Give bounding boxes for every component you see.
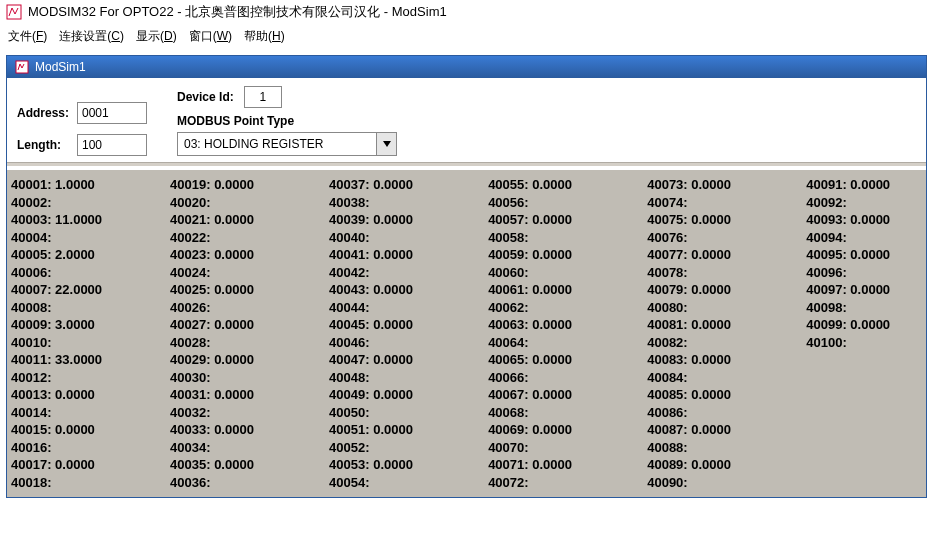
register-row[interactable]: 40070: [488, 439, 637, 457]
register-row[interactable]: 40006: [11, 264, 160, 282]
register-row[interactable]: 40062: [488, 299, 637, 317]
register-row[interactable]: 40048: [329, 369, 478, 387]
register-row[interactable]: 40054: [329, 474, 478, 492]
register-row[interactable]: 40047: 0.0000 [329, 351, 478, 369]
register-row[interactable]: 40023: 0.0000 [170, 246, 319, 264]
point-type-select[interactable] [177, 132, 397, 156]
register-row[interactable]: 40045: 0.0000 [329, 316, 478, 334]
register-row[interactable]: 40038: [329, 194, 478, 212]
register-row[interactable]: 40074: [647, 194, 796, 212]
register-row[interactable]: 40059: 0.0000 [488, 246, 637, 264]
register-row[interactable]: 40011: 33.0000 [11, 351, 160, 369]
register-row[interactable]: 40028: [170, 334, 319, 352]
length-input[interactable] [77, 134, 147, 156]
register-row[interactable]: 40099: 0.0000 [806, 316, 922, 334]
register-row[interactable]: 40031: 0.0000 [170, 386, 319, 404]
register-row[interactable]: 40027: 0.0000 [170, 316, 319, 334]
register-row[interactable]: 40087: 0.0000 [647, 421, 796, 439]
menu-display[interactable]: 显示(D) [136, 28, 177, 45]
register-row[interactable]: 40090: [647, 474, 796, 492]
register-row[interactable]: 40001: 1.0000 [11, 176, 160, 194]
register-row[interactable]: 40035: 0.0000 [170, 456, 319, 474]
register-row[interactable]: 40056: [488, 194, 637, 212]
device-id-input[interactable] [244, 86, 282, 108]
register-row[interactable]: 40089: 0.0000 [647, 456, 796, 474]
register-row[interactable]: 40003: 11.0000 [11, 211, 160, 229]
register-row[interactable]: 40022: [170, 229, 319, 247]
register-row[interactable]: 40050: [329, 404, 478, 422]
register-row[interactable]: 40079: 0.0000 [647, 281, 796, 299]
menu-help[interactable]: 帮助(H) [244, 28, 285, 45]
register-row[interactable]: 40049: 0.0000 [329, 386, 478, 404]
register-row[interactable]: 40030: [170, 369, 319, 387]
register-row[interactable]: 40058: [488, 229, 637, 247]
menu-window[interactable]: 窗口(W) [189, 28, 232, 45]
register-row[interactable]: 40021: 0.0000 [170, 211, 319, 229]
register-row[interactable]: 40088: [647, 439, 796, 457]
point-type-value[interactable] [177, 132, 397, 156]
register-row[interactable]: 40076: [647, 229, 796, 247]
register-row[interactable]: 40095: 0.0000 [806, 246, 922, 264]
register-row[interactable]: 40018: [11, 474, 160, 492]
register-row[interactable]: 40013: 0.0000 [11, 386, 160, 404]
register-row[interactable]: 40073: 0.0000 [647, 176, 796, 194]
register-row[interactable]: 40019: 0.0000 [170, 176, 319, 194]
register-row[interactable]: 40044: [329, 299, 478, 317]
register-row[interactable]: 40072: [488, 474, 637, 492]
register-row[interactable]: 40036: [170, 474, 319, 492]
register-row[interactable]: 40086: [647, 404, 796, 422]
register-row[interactable]: 40026: [170, 299, 319, 317]
register-row[interactable]: 40061: 0.0000 [488, 281, 637, 299]
register-row[interactable]: 40084: [647, 369, 796, 387]
register-row[interactable]: 40042: [329, 264, 478, 282]
register-row[interactable]: 40015: 0.0000 [11, 421, 160, 439]
register-row[interactable]: 40029: 0.0000 [170, 351, 319, 369]
register-row[interactable]: 40014: [11, 404, 160, 422]
register-row[interactable]: 40055: 0.0000 [488, 176, 637, 194]
register-row[interactable]: 40039: 0.0000 [329, 211, 478, 229]
register-row[interactable]: 40012: [11, 369, 160, 387]
register-row[interactable]: 40002: [11, 194, 160, 212]
register-row[interactable]: 40100: [806, 334, 922, 352]
register-row[interactable]: 40043: 0.0000 [329, 281, 478, 299]
register-row[interactable]: 40005: 2.0000 [11, 246, 160, 264]
register-row[interactable]: 40067: 0.0000 [488, 386, 637, 404]
chevron-down-icon[interactable] [376, 133, 396, 155]
register-row[interactable]: 40024: [170, 264, 319, 282]
register-row[interactable]: 40093: 0.0000 [806, 211, 922, 229]
register-row[interactable]: 40051: 0.0000 [329, 421, 478, 439]
address-input[interactable] [77, 102, 147, 124]
menu-file[interactable]: 文件(F) [8, 28, 47, 45]
register-row[interactable]: 40098: [806, 299, 922, 317]
register-row[interactable]: 40066: [488, 369, 637, 387]
register-row[interactable]: 40025: 0.0000 [170, 281, 319, 299]
register-row[interactable]: 40078: [647, 264, 796, 282]
mdi-title-bar[interactable]: ModSim1 [7, 56, 926, 78]
register-row[interactable]: 40033: 0.0000 [170, 421, 319, 439]
register-row[interactable]: 40063: 0.0000 [488, 316, 637, 334]
register-row[interactable]: 40097: 0.0000 [806, 281, 922, 299]
register-row[interactable]: 40081: 0.0000 [647, 316, 796, 334]
register-row[interactable]: 40075: 0.0000 [647, 211, 796, 229]
register-row[interactable]: 40082: [647, 334, 796, 352]
register-row[interactable]: 40065: 0.0000 [488, 351, 637, 369]
register-row[interactable]: 40068: [488, 404, 637, 422]
register-row[interactable]: 40004: [11, 229, 160, 247]
register-row[interactable]: 40020: [170, 194, 319, 212]
register-row[interactable]: 40017: 0.0000 [11, 456, 160, 474]
register-row[interactable]: 40040: [329, 229, 478, 247]
register-row[interactable]: 40077: 0.0000 [647, 246, 796, 264]
register-row[interactable]: 40034: [170, 439, 319, 457]
register-row[interactable]: 40071: 0.0000 [488, 456, 637, 474]
register-row[interactable]: 40094: [806, 229, 922, 247]
menu-connection[interactable]: 连接设置(C) [59, 28, 124, 45]
register-row[interactable]: 40085: 0.0000 [647, 386, 796, 404]
register-row[interactable]: 40037: 0.0000 [329, 176, 478, 194]
register-row[interactable]: 40060: [488, 264, 637, 282]
register-row[interactable]: 40008: [11, 299, 160, 317]
register-row[interactable]: 40046: [329, 334, 478, 352]
register-row[interactable]: 40032: [170, 404, 319, 422]
register-row[interactable]: 40092: [806, 194, 922, 212]
register-row[interactable]: 40052: [329, 439, 478, 457]
register-row[interactable]: 40016: [11, 439, 160, 457]
